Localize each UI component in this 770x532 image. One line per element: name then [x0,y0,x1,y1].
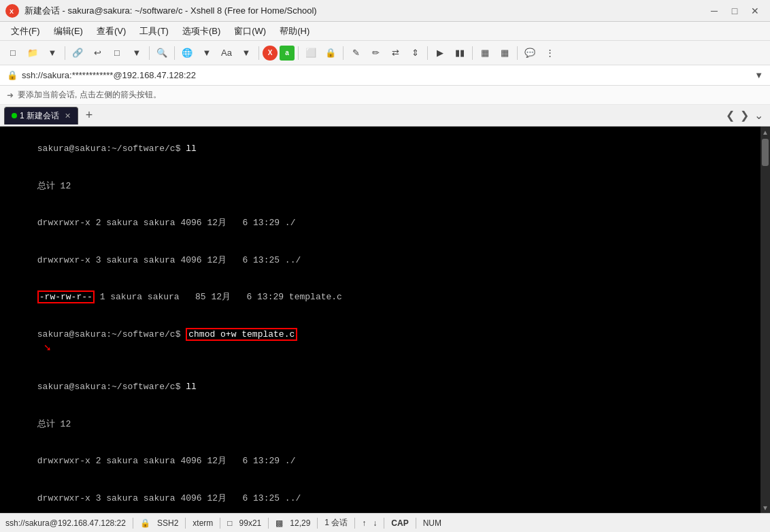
maximize-button[interactable]: □ [725,3,744,18]
address-bar: 🔒 ssh://sakura:************@192.168.47.1… [0,65,770,86]
minimize-button[interactable]: ─ [705,3,724,18]
chat-button[interactable]: 💬 [521,44,539,62]
scroll-up-status[interactable]: ↑ [362,518,366,528]
session-tab-1[interactable]: 1 新建会话 ✕ [4,107,78,124]
terminal-line-9: drwxrwxr-x 2 sakura sakura 4096 12月 6 13… [5,443,755,480]
scroll-up-button[interactable]: ▲ [761,128,769,136]
dropdown2-button[interactable]: ▼ [128,44,146,62]
status-sep-8 [416,518,416,529]
tab-label: 1 新建会话 [20,110,59,122]
search-button[interactable]: 🔍 [153,44,171,62]
open-button[interactable]: 📁 [24,44,41,62]
font-button[interactable]: Aa [218,44,235,62]
menu-tabs[interactable]: 选项卡(B) [177,24,226,39]
tab-bar: 1 新建会话 ✕ + ❮ ❯ ⌄ [0,105,770,127]
separator-5 [298,46,299,60]
separator-9 [517,46,518,60]
dir-parent: drwxrwxr-x 3 sakura sakura 4096 12月 6 13… [37,255,301,265]
svg-text:X: X [10,8,14,15]
status-terminal: xterm [192,518,213,528]
separator-1 [65,46,65,60]
scroll-down-status[interactable]: ↓ [373,518,377,528]
cmd-2: ll [186,382,197,392]
play-button[interactable]: ▶ [431,44,449,62]
sftp-button[interactable]: ⇕ [406,44,424,62]
compose-button[interactable]: ✎ [347,44,365,62]
status-size: 99x21 [239,518,262,528]
menu-file[interactable]: 文件(F) [5,24,46,39]
app-logo: X [5,4,19,18]
menu-tools[interactable]: 工具(T) [134,24,174,39]
split-h-button[interactable]: ▦ [476,44,494,62]
address-dropdown-button[interactable]: ▼ [754,70,763,80]
tab-nav-more[interactable]: ⌄ [752,107,766,123]
title-bar: X 新建会话 - sakura@sakura: ~/software/c - X… [0,0,770,22]
xshell-icon[interactable]: X [263,46,278,61]
transfer-button[interactable]: ⇄ [386,44,404,62]
menu-help[interactable]: 帮助(H) [274,24,315,39]
terminal-line-5: -rw-rw-r-- 1 sakura sakura 85 12月 6 13:2… [5,279,755,316]
status-position-icon: ▩ [275,518,283,528]
new-tab-button[interactable]: + [81,107,97,124]
close-button[interactable]: ✕ [746,3,765,18]
separator-6 [343,46,344,60]
menu-window[interactable]: 窗口(W) [229,24,271,39]
terminal[interactable]: sakura@sakura:~/software/c$ ll 总计 12 drw… [0,127,760,513]
status-num: NUM [423,518,441,528]
status-lock-icon: 🔒 [140,518,150,528]
status-ssh-url: ssh://sakura@192.168.47.128:22 [5,518,126,528]
more-button[interactable]: ⋮ [541,44,558,62]
terminal-container: sakura@sakura:~/software/c$ ll 总计 12 drw… [0,127,770,513]
menu-edit[interactable]: 编辑(E) [48,24,88,39]
highlight-cmd: chmod o+w template.c [186,328,297,341]
tab-nav-right[interactable]: ❯ [737,107,752,123]
terminal-line-3: drwxrwxr-x 2 sakura sakura 4096 12月 6 13… [5,205,755,242]
menu-view[interactable]: 查看(V) [91,24,131,39]
session-button[interactable]: □ [108,44,126,62]
terminal-line-8: 总计 12 [5,405,755,443]
globe-button[interactable]: 🌐 [178,44,196,62]
lock-button[interactable]: 🔒 [322,44,339,62]
terminal-line-7: sakura@sakura:~/software/c$ ll [5,369,755,406]
status-sep-7 [384,518,384,529]
file-info-1: 1 sakura sakura 85 12月 6 13:29 template.… [95,292,342,302]
cmd-1: ll [186,144,197,154]
menu-bar: 文件(F) 编辑(E) 查看(V) 工具(T) 选项卡(B) 窗口(W) 帮助(… [0,22,770,41]
status-position: 12,29 [290,518,310,528]
prompt-1: sakura@sakura:~/software/c$ [37,144,186,154]
terminal-line-1: sakura@sakura:~/software/c$ ll [5,131,755,168]
back-button[interactable]: ↩ [88,44,106,62]
separator-7 [427,46,428,60]
scroll-down-button[interactable]: ▼ [761,503,769,512]
font-dropdown[interactable]: ▼ [237,44,255,62]
vertical-scrollbar[interactable]: ▲ ▼ [760,127,770,513]
prompt-2: sakura@sakura:~/software/c$ [37,329,186,339]
split-v-button[interactable]: ▦ [496,44,514,62]
status-bar: ssh://sakura@192.168.47.128:22 🔒 SSH2 xt… [0,513,770,532]
dir-current-2: drwxrwxr-x 2 sakura sakura 4096 12月 6 13… [37,456,296,466]
hint-bar: ➜ 要添加当前会话, 点击左侧的箭头按钮。 [0,86,770,105]
address-text: ssh://sakura:************@192.168.47.128… [22,70,750,80]
status-sep-3 [220,518,220,529]
fullscreen-button[interactable]: ⬜ [302,44,320,62]
xftp-icon[interactable]: a [280,46,295,61]
window-controls: ─ □ ✕ [705,3,765,18]
globe-dropdown[interactable]: ▼ [198,44,216,62]
highlight-perm-1: -rw-rw-r-- [37,290,95,303]
tab-close-button[interactable]: ✕ [65,112,71,120]
terminal-line-10: drwxrwxr-x 3 sakura sakura 4096 12月 6 13… [5,480,755,513]
new-session-button[interactable]: □ [4,44,22,62]
dropdown-button[interactable]: ▼ [44,44,61,62]
dir-parent-2: drwxrwxr-x 3 sakura sakura 4096 12月 6 13… [37,493,301,503]
hint-text: 要添加当前会话, 点击左侧的箭头按钮。 [18,89,161,101]
terminal-line-4: drwxrwxr-x 3 sakura sakura 4096 12月 6 13… [5,242,755,280]
total-1: 总计 12 [37,181,71,191]
scroll-thumb[interactable] [762,139,769,166]
terminal-line-6: sakura@sakura:~/software/c$ chmod o+w te… [5,316,755,369]
script-button[interactable]: ✏ [367,44,384,62]
tab-nav-left[interactable]: ❮ [723,107,737,123]
status-sessions: 1 会话 [324,517,348,529]
record-button[interactable]: ▮▮ [451,44,469,62]
status-sep-2 [185,518,186,529]
link-button[interactable]: 🔗 [69,44,86,62]
